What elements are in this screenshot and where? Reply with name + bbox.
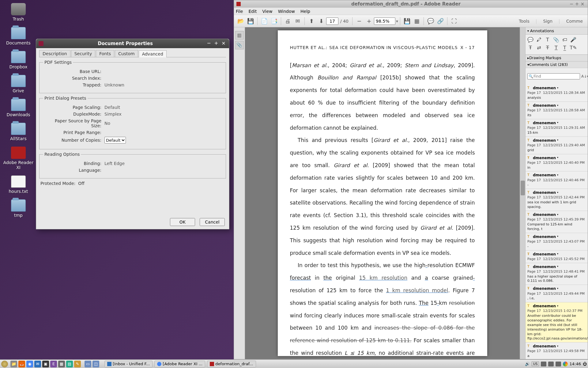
menu-help[interactable]: Help bbox=[300, 9, 310, 14]
zoom-dropdown-icon[interactable]: ▾ bbox=[396, 19, 398, 24]
task-adobe-reader-chrome[interactable]: [Adobe Reader XI ... bbox=[154, 361, 205, 367]
desktop-icon-documents[interactable]: Documents bbox=[3, 27, 34, 45]
sign-button[interactable]: Sign bbox=[543, 19, 553, 24]
highlight-icon[interactable]: 🖍 bbox=[536, 36, 542, 43]
email-button[interactable]: ✉ bbox=[293, 17, 302, 25]
tools-button[interactable]: Tools bbox=[519, 19, 530, 24]
zoom-in-button[interactable]: + bbox=[365, 17, 373, 25]
minimize-button[interactable]: − bbox=[206, 40, 212, 47]
comment-item[interactable]: Tdmenemen▾Page 17 12/23/2015 11:29:31 AM… bbox=[526, 119, 588, 137]
attach-icon[interactable]: 📎 bbox=[553, 36, 559, 43]
menu-view[interactable]: View bbox=[262, 9, 273, 14]
read-mode-button[interactable]: ⛶ bbox=[450, 17, 458, 25]
vertical-scrollbar[interactable] bbox=[520, 27, 525, 359]
create-button[interactable]: 📑 bbox=[270, 17, 278, 25]
zoom-out-button[interactable]: − bbox=[355, 17, 364, 25]
save-button[interactable]: 💾 bbox=[246, 17, 255, 25]
comment-panel-button[interactable]: Comme bbox=[566, 19, 583, 24]
page-down-button[interactable]: ⬇ bbox=[317, 17, 326, 25]
comment-item[interactable]: Tdmenemen▾Page 17 12/23/2015 12:49:58 PM… bbox=[526, 343, 588, 359]
text-icon[interactable]: T bbox=[545, 36, 551, 43]
tab-description[interactable]: Description bbox=[39, 50, 70, 57]
close-button[interactable]: × bbox=[580, 1, 585, 7]
workspace-switcher[interactable]: ◫ bbox=[92, 361, 99, 367]
comment-item[interactable]: Ŧdmenemen▾Page 17 12/23/2015 12:40:40 PM… bbox=[526, 154, 588, 172]
comment-item[interactable]: Tdmenemen▾Page 17 12/23/2015 11:29:40 AM… bbox=[526, 137, 588, 154]
record-icon[interactable]: 🎤 bbox=[570, 36, 576, 43]
dialog-titlebar[interactable]: Document Properties − + × bbox=[36, 39, 229, 48]
show-desktop[interactable]: ▭ bbox=[85, 361, 91, 367]
desktop-icon-hours-txt[interactable]: hours.txt bbox=[3, 175, 34, 194]
keyboard-layout[interactable]: US bbox=[532, 362, 539, 366]
tab-security[interactable]: Security bbox=[71, 50, 96, 57]
menu-edit[interactable]: Edit bbox=[248, 9, 257, 14]
start-button[interactable] bbox=[1, 361, 8, 367]
scrollbar-thumb[interactable] bbox=[521, 181, 525, 195]
insert-text-icon[interactable]: Ŧ bbox=[527, 44, 533, 51]
attachments-button[interactable]: 📎 bbox=[235, 41, 244, 49]
reader-titlebar[interactable]: deformation_draft_dm.pdf - Adobe Reader … bbox=[234, 0, 588, 8]
export-button[interactable]: 📄 bbox=[260, 17, 269, 25]
page-up-button[interactable]: ⬆ bbox=[307, 17, 316, 25]
annotations-header[interactable]: ▾Annotations bbox=[526, 27, 588, 35]
share-button[interactable]: 🔗 bbox=[436, 17, 445, 25]
task-deformation-pdf[interactable]: deformation_draf... bbox=[207, 361, 256, 367]
sort-dropdown[interactable]: A↓▾ bbox=[581, 74, 588, 79]
copies-select[interactable]: Default bbox=[104, 137, 126, 144]
comment-item[interactable]: Tdmenemen▾Page 17 12/23/2015 11:28:34 AM… bbox=[526, 84, 588, 102]
drawing-markups-header[interactable]: ▸Drawing Markups bbox=[526, 55, 588, 61]
menu-window[interactable]: Window bbox=[278, 9, 295, 14]
comment-button[interactable]: 💬 bbox=[426, 17, 435, 25]
tab-custom[interactable]: Custom bbox=[115, 50, 138, 57]
find-input[interactable] bbox=[527, 73, 580, 79]
comment-item[interactable]: Ŧdmenemen▾Page 17 12/23/2015 12:45:52 PM bbox=[526, 251, 588, 263]
volume-icon[interactable]: 🔊 bbox=[525, 362, 530, 366]
comment-item[interactable]: Tdmenemen▾Page 17 12/23/2015 11:28:58 AM… bbox=[526, 102, 588, 119]
minimize-button[interactable]: − bbox=[569, 1, 574, 7]
launcher-calc[interactable]: ▦ bbox=[58, 361, 65, 367]
replace-text-icon[interactable]: ⇄ bbox=[536, 44, 542, 51]
zoom-input[interactable] bbox=[374, 17, 395, 25]
launcher-mail[interactable]: ✉ bbox=[34, 361, 41, 367]
launcher-firefox[interactable]: 🦊 bbox=[18, 361, 25, 367]
comments-list[interactable]: Tdmenemen▾Page 17 12/23/2015 11:28:34 AM… bbox=[526, 84, 588, 359]
launcher-htop[interactable]: ▤ bbox=[66, 361, 73, 367]
desktop-icon-downloads[interactable]: Downloads bbox=[3, 99, 34, 117]
page-number-input[interactable] bbox=[326, 17, 338, 25]
open-button[interactable]: 📂 bbox=[236, 17, 245, 25]
clock[interactable]: 14:46 bbox=[570, 362, 581, 366]
comment-item[interactable]: Tdmenemen▾Page 17 12/23/2015 12:45:39 PM… bbox=[526, 211, 588, 233]
ok-button[interactable]: OK bbox=[170, 218, 195, 226]
stamp-icon[interactable]: 🏷 bbox=[562, 36, 568, 43]
document-area[interactable]: HUTTER ET AL.: SEA ICE DEFORMATION IN VI… bbox=[245, 27, 520, 359]
maximize-button[interactable]: + bbox=[213, 40, 219, 47]
launcher-emacs[interactable]: E bbox=[50, 361, 57, 367]
chrome-tray-icon[interactable] bbox=[563, 362, 568, 366]
print-button[interactable]: 🖨 bbox=[284, 17, 292, 25]
comment-item[interactable]: Tdmenemen▾Page 17 12/23/2015 12:48:41 PM… bbox=[526, 263, 588, 285]
desktop-icon-tmp[interactable]: tmp bbox=[3, 199, 34, 218]
comment-item[interactable]: Tdmenemen▾Page 17 12/23/2015 12:40:46 PM… bbox=[526, 171, 588, 189]
thumbnails-button[interactable]: ▥ bbox=[235, 31, 244, 40]
desktop-icon-allstars[interactable]: AllStars bbox=[3, 123, 34, 141]
power-icon[interactable]: ⏻ bbox=[583, 362, 587, 366]
menu-file[interactable]: File bbox=[236, 9, 243, 14]
strikethrough-icon[interactable]: T bbox=[545, 44, 551, 51]
desktop-icon-grive[interactable]: Grive bbox=[3, 75, 34, 93]
network-icon[interactable] bbox=[556, 362, 561, 366]
launcher-notes[interactable]: ✎ bbox=[74, 361, 81, 367]
save-copy-button[interactable]: 💾 bbox=[403, 17, 411, 25]
tab-fonts[interactable]: Fonts bbox=[96, 50, 114, 57]
comments-list-header[interactable]: ▾Comments List (283) bbox=[526, 61, 588, 68]
desktop-icon-adobe-reader[interactable]: Adobe Reader XI bbox=[3, 147, 34, 170]
desktop-icon-dropbox[interactable]: Dropbox bbox=[3, 51, 34, 69]
underline-icon[interactable]: T bbox=[553, 44, 559, 51]
tab-advanced[interactable]: Advanced bbox=[139, 50, 167, 57]
sticky-note-icon[interactable]: 💬 bbox=[527, 36, 533, 43]
task-inbox[interactable]: [Inbox - Unified F... bbox=[104, 361, 153, 367]
desktop-icon-trash[interactable]: Trash bbox=[3, 3, 34, 21]
launcher-chrome[interactable]: ◉ bbox=[26, 361, 33, 367]
launcher-terminal[interactable]: ▣ bbox=[42, 361, 49, 367]
add-note-icon[interactable]: T̲ bbox=[562, 44, 568, 51]
comment-item[interactable]: Tdmenemen▾Page 17 12/23/2015 12:42:44 PM… bbox=[526, 189, 588, 211]
